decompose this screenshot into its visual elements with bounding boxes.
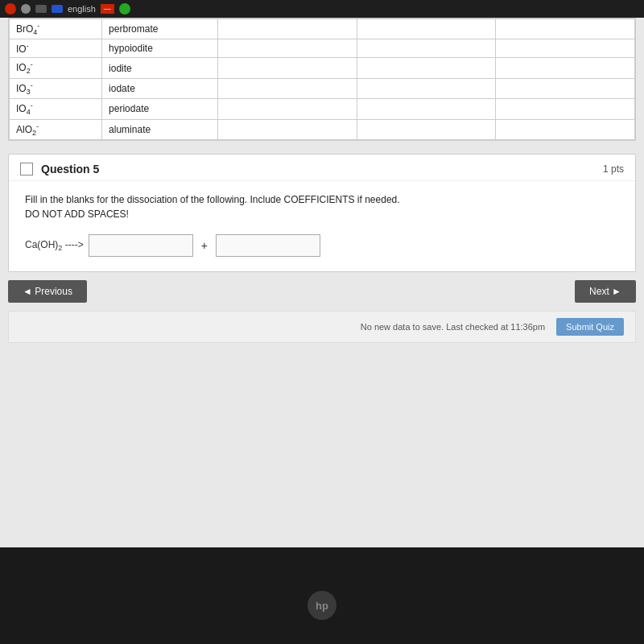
table-cell-empty [357,99,496,119]
table-cell-empty [496,39,635,58]
table-cell-empty [496,78,635,98]
table-cell-name: aluminate [102,119,218,139]
top-bar: english — [0,0,644,18]
table-row: IO4- periodate [10,99,635,119]
instruction-line2: DO NOT ADD SPACES! [25,208,129,220]
table-cell-empty [357,119,496,139]
table-cell-name: iodate [102,78,218,98]
mail-icon [52,5,63,13]
answer-input-1[interactable] [89,234,193,257]
next-button[interactable]: Next ► [575,280,636,303]
green-circle-icon [119,3,130,14]
previous-button[interactable]: ◄ Previous [8,280,87,303]
save-bar: No new data to save. Last checked at 11:… [8,311,636,343]
table-cell-formula: IO2- [10,58,102,78]
table-row: IO2- iodite [10,58,635,78]
table-cell-formula: IO- [10,39,102,58]
question-points: 1 pts [603,163,624,175]
equation-row: Ca(OH)2 ----> + [25,234,619,257]
menu-icon [35,5,47,13]
red-circle-icon [5,3,16,14]
flag-icon: — [101,4,114,14]
table-cell-empty [217,58,357,78]
table-row: BrO4- perbromate [10,19,635,39]
table-cell-name: perbromate [102,19,218,39]
screen: english — BrO4- perbromate IO- hyp [0,0,644,644]
hp-text: hp [316,600,328,612]
question-body: Fill in the blanks for the dissociation … [9,181,635,271]
ions-table: BrO4- perbromate IO- hypoiodite [9,19,635,140]
table-cell-empty [357,58,496,78]
submit-quiz-button[interactable]: Submit Quiz [556,318,624,336]
table-cell-name: periodate [102,99,218,119]
table-row: IO- hypoiodite [10,39,635,58]
table-cell-name: iodite [102,58,218,78]
table-cell-name: hypoiodite [102,39,218,58]
question-header: Question 5 1 pts [9,155,635,181]
question-instructions: Fill in the blanks for the dissociation … [25,192,619,221]
hp-logo-area: hp [308,591,336,620]
save-status-text: No new data to save. Last checked at 11:… [361,322,545,332]
reference-table: BrO4- perbromate IO- hypoiodite [8,18,636,141]
table-cell-empty [217,99,357,119]
question-card: Question 5 1 pts Fill in the blanks for … [8,154,636,272]
table-cell-empty [217,39,357,58]
table-cell-empty [217,119,357,139]
table-cell-empty [217,19,357,39]
table-cell-empty [357,19,496,39]
table-cell-empty [357,78,496,98]
table-row: IO3- iodate [10,78,635,98]
hp-logo: hp [308,591,336,620]
table-cell-empty [496,19,635,39]
table-cell-empty [496,58,635,78]
table-cell-formula: IO3- [10,78,102,98]
question-checkbox[interactable] [20,163,33,175]
table-cell-empty [217,78,357,98]
answer-input-2[interactable] [216,234,320,257]
equation-label: Ca(OH)2 ----> [25,239,84,252]
table-cell-empty [496,99,635,119]
instruction-line1: Fill in the blanks for the dissociation … [25,194,400,205]
bottom-dark-area: hp [0,547,644,644]
table-cell-empty [357,39,496,58]
navigation-bar: ◄ Previous Next ► [8,280,636,303]
table-row: AlO2- aluminate [10,119,635,139]
plus-sign: + [198,239,211,252]
table-cell-empty [496,119,635,139]
table-cell-formula: BrO4- [10,19,102,39]
table-cell-formula: IO4- [10,99,102,119]
settings-icon [21,4,31,14]
table-cell-formula: AlO2- [10,119,102,139]
question-title: Question 5 [41,163,603,175]
language-label: english [68,4,96,14]
